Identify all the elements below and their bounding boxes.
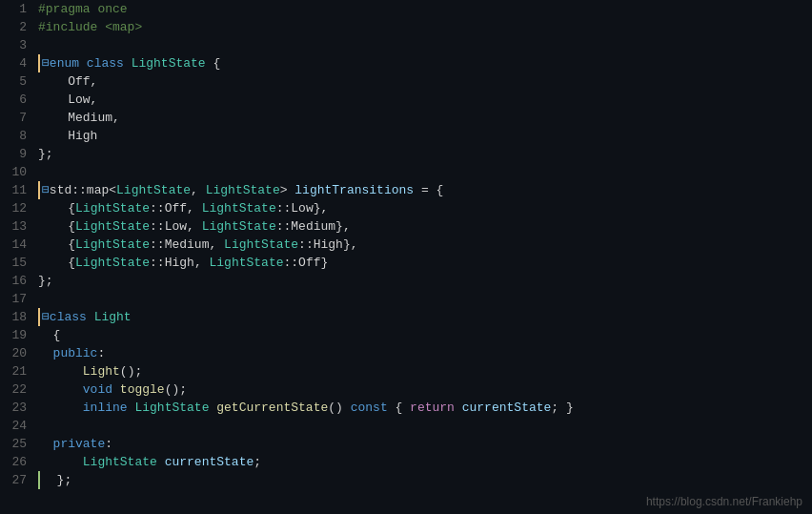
code-token: :: xyxy=(284,254,299,272)
code-line: }; xyxy=(38,471,812,489)
code-token: Light xyxy=(94,308,132,326)
code-token xyxy=(38,236,68,254)
code-token: #include <map> xyxy=(38,18,142,36)
line-number: 9 xyxy=(0,145,27,163)
line-number: 16 xyxy=(0,272,27,290)
line-number: 26 xyxy=(0,453,27,471)
code-line: void toggle(); xyxy=(38,380,812,399)
line-number: 5 xyxy=(0,72,27,91)
line-number: 19 xyxy=(0,326,27,344)
code-token: Low xyxy=(165,217,187,236)
code-token xyxy=(38,217,68,236)
code-token: { xyxy=(68,236,75,254)
line-number: 15 xyxy=(0,254,27,272)
code-line: ⊟std::map<LightState, LightState> lightT… xyxy=(38,181,812,199)
code-line: Low, xyxy=(38,91,812,109)
code-token: LightState xyxy=(83,453,165,471)
code-token: { xyxy=(68,217,75,236)
code-token: Low, xyxy=(68,91,97,109)
code-token: LightState xyxy=(224,236,298,254)
code-line xyxy=(38,417,812,435)
line-number: 8 xyxy=(0,127,27,145)
code-token: High xyxy=(68,127,97,145)
line-numbers: 1234567891011121314151617181920212223242… xyxy=(0,0,34,514)
code-token: LightState xyxy=(134,399,216,417)
code-token: inline xyxy=(83,399,135,417)
line-number: 21 xyxy=(0,362,27,380)
code-token: :: xyxy=(150,254,165,272)
line-number: 4 xyxy=(0,54,27,72)
code-token: #pragma once xyxy=(38,0,128,18)
code-token: LightState xyxy=(132,54,206,72)
code-token: } xyxy=(321,254,329,272)
code-line: }; xyxy=(38,145,812,163)
code-token: return xyxy=(410,399,462,417)
code-token: ⊟ xyxy=(42,54,50,72)
code-token xyxy=(38,91,68,109)
code-line xyxy=(38,163,812,181)
code-content[interactable]: #pragma once#include <map>⊟enum class Li… xyxy=(34,0,812,514)
code-token: :: xyxy=(150,199,165,217)
code-token: Off, xyxy=(68,72,97,91)
code-token: :: xyxy=(150,236,165,254)
code-token: }; xyxy=(38,145,53,163)
code-token xyxy=(38,380,83,399)
line-number: 17 xyxy=(0,290,27,308)
code-area: 1234567891011121314151617181920212223242… xyxy=(0,0,812,514)
code-line: {LightState::Low, LightState::Medium}, xyxy=(38,217,812,236)
code-token: , xyxy=(209,236,224,254)
code-token: }, xyxy=(314,199,329,217)
code-token xyxy=(38,127,68,145)
code-token: Medium xyxy=(165,236,210,254)
code-token: class xyxy=(87,54,132,72)
code-token: (); xyxy=(165,380,187,399)
line-number: 24 xyxy=(0,417,27,435)
line-number: 11 xyxy=(0,181,27,199)
line-number: 7 xyxy=(0,109,27,127)
code-token: LightState xyxy=(75,199,150,217)
code-token: }; xyxy=(38,272,53,290)
code-token: toggle xyxy=(120,380,165,399)
line-number: 1 xyxy=(0,0,27,18)
code-token xyxy=(38,199,68,217)
code-token: lightTransitions xyxy=(294,181,414,199)
code-token: , xyxy=(191,181,206,199)
code-token: public xyxy=(53,344,98,362)
line-number: 14 xyxy=(0,236,27,254)
code-token: High xyxy=(165,254,194,272)
watermark: https://blog.csdn.net/Frankiehp xyxy=(646,495,802,508)
code-token xyxy=(38,344,53,362)
line-number: 13 xyxy=(0,217,27,236)
code-token: ⊟ xyxy=(42,308,50,326)
code-token: LightState xyxy=(116,181,191,199)
code-token: LightState xyxy=(75,254,150,272)
code-line: {LightState::Medium, LightState::High}, xyxy=(38,236,812,254)
line-number: 2 xyxy=(0,18,27,36)
code-token: (); xyxy=(120,362,142,380)
code-token: ; xyxy=(254,453,261,471)
code-token: Low xyxy=(291,199,313,217)
code-token: std::map< xyxy=(50,181,116,199)
code-token: private xyxy=(53,435,106,453)
code-token xyxy=(38,417,53,435)
code-line: LightState currentState; xyxy=(38,453,812,471)
code-line: {LightState::Off, LightState::Low}, xyxy=(38,199,812,217)
line-number: 22 xyxy=(0,380,27,399)
code-line: ⊟enum class LightState { xyxy=(38,54,812,72)
code-token: , xyxy=(194,254,210,272)
code-token: : xyxy=(105,435,112,453)
line-number: 27 xyxy=(0,471,27,489)
code-token xyxy=(42,471,57,489)
code-token: :: xyxy=(298,236,314,254)
line-number: 18 xyxy=(0,308,27,326)
code-token: { xyxy=(38,326,60,344)
code-line: #pragma once xyxy=(38,0,812,18)
code-token: : xyxy=(97,344,105,362)
code-token: () xyxy=(328,399,350,417)
code-token: LightState xyxy=(206,181,280,199)
code-editor: 1234567891011121314151617181920212223242… xyxy=(0,0,812,514)
code-token xyxy=(38,109,68,127)
code-token: enum xyxy=(50,54,87,72)
line-number: 3 xyxy=(0,36,27,54)
code-token: = { xyxy=(414,181,443,199)
